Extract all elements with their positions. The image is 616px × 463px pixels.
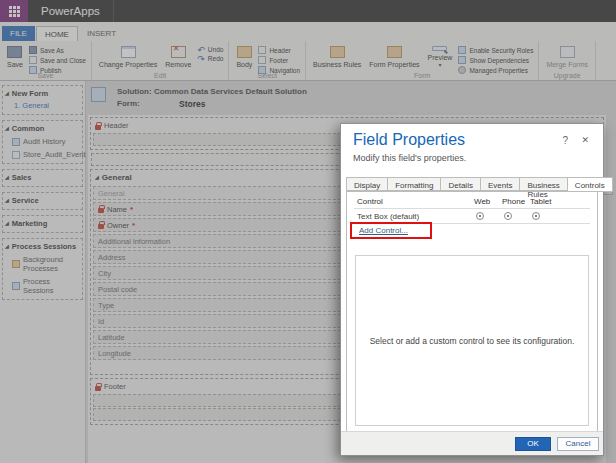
- field-properties-dialog: Field Properties Modify this field's pro…: [340, 123, 604, 456]
- control-row-textbox-default[interactable]: Text Box (default): [357, 212, 419, 221]
- dialog-footer: OK Cancel: [341, 431, 603, 455]
- add-control-link[interactable]: Add Control...: [359, 226, 408, 235]
- help-icon[interactable]: ?: [562, 135, 568, 146]
- dialog-title: Field Properties: [353, 131, 465, 149]
- tab-details[interactable]: Details: [440, 177, 479, 191]
- ok-button[interactable]: OK: [515, 437, 551, 451]
- tab-events[interactable]: Events: [480, 177, 519, 191]
- column-header-control: Control: [357, 197, 383, 206]
- custom-control-config-panel: Select or add a custom control to see it…: [355, 255, 589, 426]
- phone-radio-selected[interactable]: [504, 212, 512, 220]
- table-divider: [354, 208, 590, 209]
- tab-controls[interactable]: Controls: [567, 177, 613, 192]
- tablet-radio-selected[interactable]: [532, 212, 540, 220]
- cancel-button[interactable]: Cancel: [557, 437, 599, 451]
- add-control-highlight-box: Add Control...: [350, 222, 432, 239]
- tab-formatting[interactable]: Formatting: [387, 177, 440, 191]
- column-header-web: Web: [474, 197, 490, 206]
- web-radio-selected[interactable]: [476, 212, 484, 220]
- empty-state-message: Select or add a custom control to see it…: [370, 336, 575, 346]
- dialog-tab-strip: Display Formatting Details Events Busine…: [346, 177, 613, 192]
- app-window: PowerApps FILE HOME INSERT Save Save As: [0, 0, 616, 463]
- controls-tab-panel: Control Web Phone Tablet Text Box (defau…: [346, 191, 598, 433]
- tab-business-rules[interactable]: Business Rules: [519, 177, 566, 191]
- tab-display[interactable]: Display: [346, 177, 387, 191]
- dialog-subtitle: Modify this field's properties.: [353, 153, 466, 163]
- close-icon[interactable]: ✕: [581, 135, 589, 145]
- column-header-phone: Phone: [502, 197, 525, 206]
